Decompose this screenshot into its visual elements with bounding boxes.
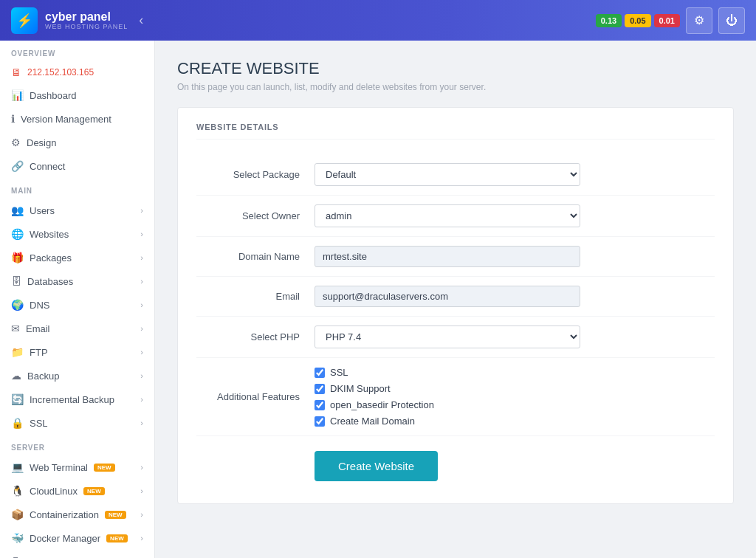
- select-owner-label: Select Owner: [196, 210, 315, 221]
- sidebar-item-label: Web Terminal: [30, 462, 88, 473]
- sidebar-item-version-management[interactable]: ℹ Version Management: [0, 107, 154, 131]
- sidebar-item-dns[interactable]: 🌍DNS ›: [0, 293, 154, 317]
- sidebar-item-label: SSL: [30, 418, 48, 429]
- select-owner-dropdown[interactable]: admin user1 user2: [315, 204, 580, 227]
- sidebar-item-label: Dashboard: [30, 90, 77, 101]
- sidebar-item-backup[interactable]: ☁Backup ›: [0, 364, 154, 388]
- logo-icon: ⚡: [11, 7, 38, 34]
- ssl-label: SSL: [330, 367, 348, 378]
- sidebar-item-label: Databases: [27, 276, 73, 287]
- feature-dkim[interactable]: DKIM Support: [315, 383, 580, 394]
- sidebar-item-incremental-backup[interactable]: 🔄Incremental Backup ›: [0, 388, 154, 411]
- select-php-dropdown[interactable]: PHP 7.4 PHP 8.0 PHP 8.1 PHP 8.2: [315, 326, 580, 348]
- sidebar-item-ftp[interactable]: 📁FTP ›: [0, 340, 154, 364]
- logo-title: cyber panel: [45, 10, 128, 24]
- feature-mail-domain[interactable]: Create Mail Domain: [315, 416, 580, 427]
- dkim-label: DKIM Support: [330, 383, 391, 394]
- packages-icon: 🎁: [11, 252, 24, 264]
- mail-domain-checkbox[interactable]: [315, 416, 325, 427]
- sidebar-item-label: Incremental Backup: [30, 394, 114, 405]
- design-icon: ⚙: [11, 137, 21, 148]
- sidebar-ip[interactable]: 🖥 212.152.103.165: [0, 61, 154, 83]
- open-basedir-checkbox[interactable]: [315, 400, 325, 410]
- websites-icon: 🌐: [11, 228, 24, 240]
- chevron-right-icon: ›: [140, 348, 143, 356]
- select-php-control: PHP 7.4 PHP 8.0 PHP 8.1 PHP 8.2: [315, 326, 580, 348]
- select-owner-row: Select Owner admin user1 user2: [196, 196, 715, 237]
- sidebar-item-users[interactable]: 👥Users ›: [0, 199, 154, 222]
- settings-button[interactable]: ⚙: [686, 7, 712, 34]
- email-input[interactable]: [315, 286, 580, 307]
- sidebar-item-databases[interactable]: 🗄Databases ›: [0, 269, 154, 293]
- sidebar-item-cloudlinux[interactable]: 🐧CloudLinuxNEW ›: [0, 479, 154, 503]
- ssl-checkbox[interactable]: [315, 368, 325, 378]
- load-badge-2: 0.05: [625, 14, 650, 27]
- domain-name-row: Domain Name: [196, 237, 715, 277]
- chevron-right-icon: ›: [140, 300, 143, 309]
- email-control: [315, 286, 580, 307]
- chevron-right-icon: ›: [140, 463, 143, 472]
- chevron-right-icon: ›: [140, 510, 143, 519]
- ip-address: 212.152.103.165: [27, 67, 94, 78]
- select-package-label: Select Package: [196, 169, 315, 180]
- logo-text: cyber panel WEB HOSTING PANEL: [45, 10, 128, 31]
- sidebar-item-label: CloudLinux: [30, 486, 78, 497]
- dkim-checkbox[interactable]: [315, 384, 325, 394]
- sidebar-toggle[interactable]: ‹: [139, 13, 143, 28]
- select-php-row: Select PHP PHP 7.4 PHP 8.0 PHP 8.1 PHP 8…: [196, 317, 715, 358]
- chevron-right-icon: ›: [140, 371, 143, 380]
- additional-features-control: SSL DKIM Support open_basedir Protection…: [315, 367, 580, 427]
- sidebar-item-design[interactable]: ⚙ Design: [0, 131, 154, 154]
- overview-section-label: OVERVIEW: [0, 41, 154, 61]
- new-badge: NEW: [106, 534, 128, 542]
- sidebar-item-web-terminal[interactable]: 💻Web TerminalNEW ›: [0, 455, 154, 479]
- load-badge-1: 0.13: [596, 14, 622, 27]
- power-icon: ⏻: [726, 14, 738, 27]
- sidebar-item-tuning[interactable]: 🎚Tuning ›: [0, 550, 154, 558]
- users-icon: 👥: [11, 204, 24, 216]
- power-button[interactable]: ⏻: [718, 7, 745, 34]
- additional-features-label: Additional Features: [196, 391, 315, 402]
- content-area: CREATE WEBSITE On this page you can laun…: [155, 41, 756, 558]
- page-subtitle: On this page you can launch, list, modif…: [177, 82, 734, 92]
- chevron-right-icon: ›: [140, 206, 143, 215]
- select-package-dropdown[interactable]: Default Basic Premium Unlimited: [315, 163, 580, 186]
- main-section-label: MAIN: [0, 178, 154, 199]
- load-badges: 0.13 0.05 0.01: [596, 14, 680, 27]
- ssl-icon: 🔒: [11, 417, 24, 429]
- feature-ssl[interactable]: SSL: [315, 367, 580, 378]
- domain-name-control: [315, 246, 580, 267]
- sidebar-item-packages[interactable]: 🎁Packages ›: [0, 246, 154, 269]
- card-section-title: WEBSITE DETAILS: [196, 123, 715, 140]
- sidebar-item-docker-manager[interactable]: 🐳Docker ManagerNEW ›: [0, 526, 154, 550]
- sidebar-item-connect[interactable]: 🔗 Connect: [0, 154, 154, 178]
- create-website-button[interactable]: Create Website: [315, 451, 438, 481]
- chevron-right-icon: ›: [140, 534, 143, 542]
- load-badge-3: 0.01: [654, 14, 680, 27]
- chevron-right-icon: ›: [140, 277, 143, 286]
- cloudlinux-icon: 🐧: [11, 485, 24, 497]
- mail-domain-label: Create Mail Domain: [330, 416, 415, 427]
- info-icon: ℹ: [11, 113, 15, 125]
- domain-name-input[interactable]: [315, 246, 580, 267]
- sidebar-item-label: Version Management: [21, 114, 111, 125]
- sidebar-item-websites[interactable]: 🌐Websites ›: [0, 222, 154, 246]
- select-php-label: Select PHP: [196, 331, 315, 342]
- sidebar-item-dashboard[interactable]: 📊 Dashboard: [0, 83, 154, 107]
- chevron-right-icon: ›: [140, 418, 143, 427]
- feature-open-basedir[interactable]: open_basedir Protection: [315, 399, 580, 410]
- incremental-backup-icon: 🔄: [11, 393, 24, 405]
- logo-sub: WEB HOSTING PANEL: [45, 23, 128, 30]
- sidebar-item-label: Containerization: [30, 509, 99, 520]
- terminal-icon: 💻: [11, 461, 24, 473]
- chevron-right-icon: ›: [140, 395, 143, 404]
- sidebar-item-containerization[interactable]: 📦ContainerizationNEW ›: [0, 503, 154, 526]
- containerization-icon: 📦: [11, 509, 24, 520]
- docker-icon: 🐳: [11, 532, 24, 544]
- sidebar-item-email[interactable]: ✉Email ›: [0, 317, 154, 340]
- ftp-icon: 📁: [11, 346, 24, 358]
- sidebar-item-ssl[interactable]: 🔒SSL ›: [0, 411, 154, 435]
- select-owner-control: admin user1 user2: [315, 204, 580, 227]
- main-layout: OVERVIEW 🖥 212.152.103.165 📊 Dashboard ℹ…: [0, 41, 756, 558]
- open-basedir-label: open_basedir Protection: [330, 399, 434, 410]
